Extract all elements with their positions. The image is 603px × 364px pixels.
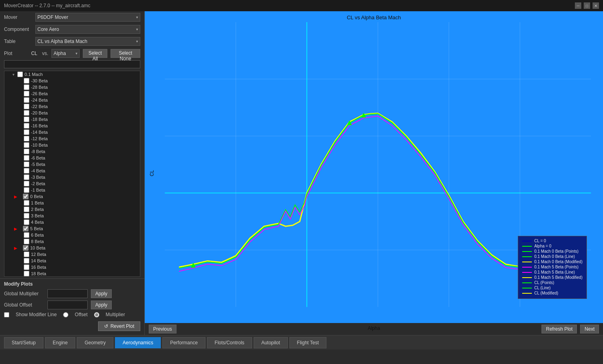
tree-item[interactable]: -12 Beta xyxy=(4,135,140,142)
tree-item[interactable]: -22 Beta xyxy=(4,103,140,110)
tree-checkbox[interactable] xyxy=(24,155,29,161)
plot-x-select-wrapper[interactable]: Alpha xyxy=(51,49,80,58)
tree-checkbox[interactable] xyxy=(17,72,23,77)
tree-checkbox[interactable] xyxy=(24,213,29,219)
tree-item[interactable]: -18 Beta xyxy=(4,116,140,123)
tree-checkbox[interactable] xyxy=(24,264,29,270)
tree-checkbox[interactable] xyxy=(24,136,29,141)
tree-item[interactable]: 18 Beta xyxy=(4,270,140,277)
tree-item[interactable]: -8 Beta xyxy=(4,148,140,155)
window-controls[interactable]: ─ □ ✕ xyxy=(575,2,599,9)
tree-checkbox[interactable] xyxy=(24,149,29,154)
tree-item[interactable]: -24 Beta xyxy=(4,97,140,103)
tree-checkbox[interactable] xyxy=(24,271,29,276)
mover-select-wrapper[interactable]: P6DOF Mover xyxy=(35,13,140,22)
tree-checkbox[interactable] xyxy=(24,123,29,129)
tree-checkbox[interactable] xyxy=(24,129,29,135)
tree-checkbox[interactable] xyxy=(24,258,29,264)
mover-select[interactable]: P6DOF Mover xyxy=(35,13,140,22)
nav-tab-autopilot[interactable]: Autopilot xyxy=(254,337,288,348)
global-multiplier-input[interactable] xyxy=(47,289,88,298)
component-select-wrapper[interactable]: Core Aero xyxy=(35,25,140,34)
component-select[interactable]: Core Aero xyxy=(35,25,140,34)
minimize-button[interactable]: ─ xyxy=(575,2,581,9)
tree-item[interactable]: ▶5 Beta xyxy=(4,225,140,232)
tree-item[interactable]: -16 Beta xyxy=(4,123,140,129)
nav-tab-aerodynamics[interactable]: Aerodynamics xyxy=(115,337,161,348)
tree-item[interactable]: 2 Beta xyxy=(4,206,140,213)
nav-tab-engine[interactable]: Engine xyxy=(45,337,75,348)
tree-checkbox[interactable] xyxy=(24,78,29,84)
previous-button[interactable]: Previous xyxy=(149,325,176,333)
plot-x-select[interactable]: Alpha xyxy=(51,49,80,58)
tree-checkbox[interactable] xyxy=(24,110,29,116)
tree-item[interactable]: -14 Beta xyxy=(4,129,140,135)
tree-item[interactable]: -28 Beta xyxy=(4,84,140,90)
tree-checkbox[interactable] xyxy=(24,200,29,206)
next-button[interactable]: Next xyxy=(580,325,599,333)
global-offset-apply-button[interactable]: Apply xyxy=(91,301,112,309)
tree-item[interactable]: -3 Beta xyxy=(4,174,140,180)
tree-checkbox[interactable] xyxy=(24,207,29,212)
tree-checkbox[interactable] xyxy=(24,142,29,148)
revert-plot-button[interactable]: ↺ Revert Plot xyxy=(98,321,140,331)
tree-item[interactable]: -5 Beta xyxy=(4,161,140,168)
tree-item[interactable]: 4 Beta xyxy=(4,219,140,225)
tree-item[interactable]: 14 Beta xyxy=(4,258,140,264)
select-none-button[interactable]: Select None xyxy=(111,49,140,58)
tree-item[interactable]: ▶10 Beta xyxy=(4,245,140,251)
tree-item[interactable]: -2 Beta xyxy=(4,180,140,187)
refresh-plot-button[interactable]: Refresh Plot xyxy=(541,325,577,333)
tree-checkbox[interactable] xyxy=(24,168,29,174)
tree-item[interactable]: -26 Beta xyxy=(4,90,140,97)
tree-checkbox[interactable] xyxy=(24,84,29,90)
tree-item[interactable]: -20 Beta xyxy=(4,110,140,116)
maximize-button[interactable]: □ xyxy=(584,2,590,9)
tree-checkbox[interactable] xyxy=(24,104,29,109)
tree-item[interactable]: -6 Beta xyxy=(4,155,140,161)
tree-checkbox[interactable] xyxy=(24,187,29,193)
tree-item[interactable]: 8 Beta xyxy=(4,238,140,245)
tree-checkbox[interactable] xyxy=(23,194,29,199)
tree-expand-icon[interactable]: ▾ xyxy=(12,72,17,77)
filter-input[interactable] xyxy=(4,60,140,68)
select-all-button[interactable]: Select All xyxy=(83,49,107,58)
tree-item[interactable]: ▶0 Beta xyxy=(4,193,140,200)
nav-tab-performance[interactable]: Performance xyxy=(162,337,205,348)
tree-checkbox[interactable] xyxy=(24,219,29,225)
multiplier-radio[interactable] xyxy=(94,312,99,317)
nav-tab-start-setup[interactable]: Start/Setup xyxy=(4,337,43,348)
close-button[interactable]: ✕ xyxy=(593,2,599,9)
nav-tab-geometry[interactable]: Geometry xyxy=(77,337,113,348)
table-select-wrapper[interactable]: CL vs Alpha Beta Mach xyxy=(35,37,140,46)
tree-item[interactable]: 3 Beta xyxy=(4,213,140,219)
tree-checkbox[interactable] xyxy=(24,232,29,238)
chart-canvas[interactable]: 1.5 1 0.5 0 -0.5 -1 -50 -25 0 25 50 75 1… xyxy=(165,22,591,307)
nav-tab-flight-test[interactable]: Flight Test xyxy=(289,337,326,348)
global-multiplier-apply-button[interactable]: Apply xyxy=(91,289,112,298)
table-select[interactable]: CL vs Alpha Beta Mach xyxy=(35,37,140,46)
nav-tab-flots-controls[interactable]: Flots/Controls xyxy=(207,337,252,348)
tree-checkbox[interactable] xyxy=(24,117,29,122)
tree-checkbox[interactable] xyxy=(23,226,29,231)
tree-item[interactable]: 6 Beta xyxy=(4,232,140,238)
offset-radio[interactable] xyxy=(63,312,68,317)
tree-checkbox[interactable] xyxy=(24,239,29,244)
tree-checkbox[interactable] xyxy=(23,245,29,251)
show-modifier-line-checkbox[interactable] xyxy=(4,312,9,317)
tree-item[interactable]: 16 Beta xyxy=(4,264,140,270)
tree-checkbox[interactable] xyxy=(24,252,29,257)
tree-checkbox[interactable] xyxy=(24,174,29,180)
tree-item[interactable]: ▾0.1 Mach xyxy=(4,71,140,78)
tree-item[interactable]: 12 Beta xyxy=(4,251,140,258)
tree-checkbox[interactable] xyxy=(24,91,29,96)
tree-item[interactable]: -30 Beta xyxy=(4,78,140,84)
tree-checkbox[interactable] xyxy=(24,162,29,167)
global-offset-input[interactable] xyxy=(47,301,88,309)
tree-item[interactable]: -1 Beta xyxy=(4,187,140,193)
tree-item[interactable]: -4 Beta xyxy=(4,168,140,174)
tree-item[interactable]: 1 Beta xyxy=(4,200,140,206)
tree-checkbox[interactable] xyxy=(24,97,29,103)
tree-item[interactable]: -10 Beta xyxy=(4,142,140,148)
tree-checkbox[interactable] xyxy=(24,181,29,186)
